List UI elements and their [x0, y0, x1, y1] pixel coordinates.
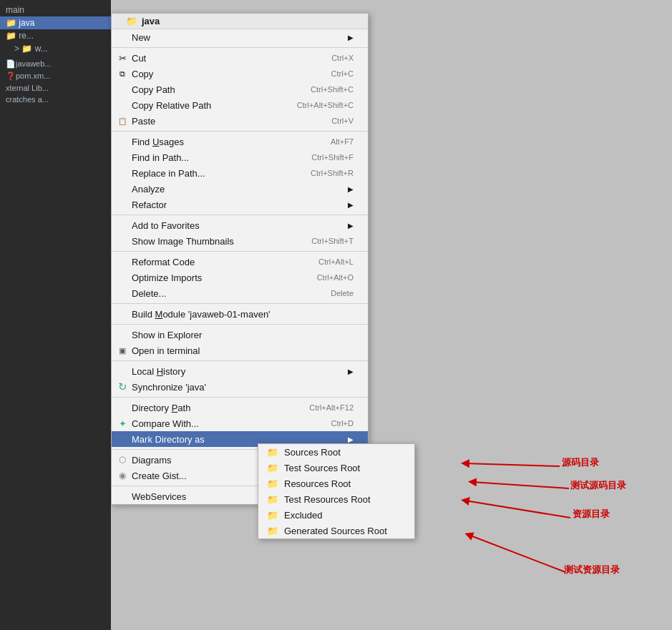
menu-item-copy-path[interactable]: Copy Path Ctrl+Shift+C [112, 82, 368, 97]
tree-item-w[interactable]: > 📁 w... [0, 42, 111, 55]
header-folder-icon: 📁 [126, 16, 137, 26]
tree-item-scratches[interactable]: cratches a... [0, 94, 111, 105]
cut-label: Cut [132, 53, 146, 64]
copy-path-label: Copy Path [132, 84, 175, 95]
menu-item-compare-with[interactable]: ✦ Compare With... Ctrl+D [112, 415, 368, 431]
local-history-arrow: ▶ [348, 368, 354, 375]
menu-item-local-history[interactable]: Local History ▶ [112, 363, 368, 379]
menu-item-delete[interactable]: Delete... Delete [112, 285, 368, 301]
optimize-imports-shortcut: Ctrl+Alt+O [317, 273, 354, 282]
menu-item-synchronize[interactable]: ↻ Synchronize 'java' [112, 379, 368, 395]
cut-shortcut: Ctrl+X [331, 54, 354, 62]
menu-item-new[interactable]: New ▶ [112, 29, 368, 45]
separator-5 [112, 303, 368, 304]
resources-root-icon: 📁 [267, 478, 278, 489]
menu-item-cut[interactable]: ✂ Cut Ctrl+X [112, 50, 368, 66]
find-in-path-shortcut: Ctrl+Shift+F [311, 153, 354, 162]
build-module-label: Build Module 'javaweb-01-maven' [132, 309, 271, 320]
left-panel: main 📁 java 📁 re... > 📁 w... 📄javaweb...… [0, 0, 111, 630]
menu-item-analyze[interactable]: Analyze ▶ [112, 181, 368, 197]
tree-item-javaweb[interactable]: 📄javaweb... [0, 55, 111, 70]
menu-item-show-image-thumbnails[interactable]: Show Image Thumbnails Ctrl+Shift+T [112, 233, 368, 249]
reformat-code-shortcut: Ctrl+Alt+L [318, 257, 354, 266]
copy-label: Copy [132, 69, 153, 79]
tree-item-main[interactable]: main [0, 4, 111, 16]
delete-label: Delete... [132, 288, 166, 299]
submenu-item-excluded[interactable]: 📁 Excluded [258, 507, 414, 523]
directory-path-label: Directory Path [132, 403, 190, 413]
webservices-label: WebServices [132, 491, 186, 502]
context-menu: 📁 java New ▶ ✂ Cut Ctrl+X ⧉ Copy Ctrl+C … [111, 13, 369, 505]
menu-item-add-to-favorites[interactable]: Add to Favorites ▶ [112, 217, 368, 233]
submenu-item-resources-root[interactable]: 📁 Resources Root [258, 476, 414, 491]
generated-sources-root-label: Generated Sources Root [284, 526, 387, 536]
copy-relative-path-shortcut: Ctrl+Alt+Shift+C [297, 101, 354, 109]
submenu-item-sources-root[interactable]: 📁 Sources Root [258, 444, 414, 460]
open-in-terminal-label: Open in terminal [132, 345, 200, 356]
svg-line-2 [472, 482, 569, 488]
copy-icon: ⧉ [116, 67, 129, 80]
excluded-label: Excluded [284, 510, 322, 521]
svg-line-4 [469, 535, 565, 572]
show-image-thumbnails-shortcut: Ctrl+Shift+T [311, 237, 354, 245]
test-resources-root-label: Test Resources Root [284, 494, 371, 505]
menu-item-find-usages[interactable]: Find Usages Alt+F7 [112, 134, 368, 149]
copy-shortcut: Ctrl+C [331, 69, 354, 78]
menu-item-copy-relative-path[interactable]: Copy Relative Path Ctrl+Alt+Shift+C [112, 97, 368, 113]
analyze-label: Analyze [132, 184, 165, 195]
menu-item-paste[interactable]: 📋 Paste Ctrl+V [112, 113, 368, 129]
test-sources-root-icon: 📁 [267, 462, 278, 473]
refactor-label: Refactor [132, 200, 167, 210]
header-title: java [142, 16, 160, 26]
menu-item-reformat-code[interactable]: Reformat Code Ctrl+Alt+L [112, 254, 368, 270]
separator-3 [112, 215, 368, 215]
excluded-icon: 📁 [267, 509, 278, 521]
compare-with-label: Compare With... [132, 418, 199, 429]
test-resources-root-icon: 📁 [267, 493, 278, 505]
tree-item-re[interactable]: 📁 re... [0, 29, 111, 42]
separator-6 [112, 324, 368, 325]
compare-with-shortcut: Ctrl+D [331, 419, 354, 428]
annotation-test-resources: 测试资源目录 [564, 563, 620, 576]
sources-root-icon: 📁 [267, 446, 278, 458]
menu-item-open-in-terminal[interactable]: ▣ Open in terminal [112, 343, 368, 358]
new-label: New [132, 32, 150, 43]
compare-icon: ✦ [116, 417, 129, 430]
submenu-item-generated-sources-root[interactable]: 📁 Generated Sources Root [258, 523, 414, 538]
cut-icon: ✂ [116, 51, 129, 64]
separator-8 [112, 397, 368, 398]
add-to-favorites-label: Add to Favorites [132, 220, 200, 231]
submenu-mark-directory: 📁 Sources Root 📁 Test Sources Root 📁 Res… [258, 443, 415, 539]
generated-sources-root-icon: 📁 [267, 525, 278, 536]
annotation-resources: 资源目录 [573, 508, 610, 521]
copy-path-shortcut: Ctrl+Shift+C [311, 85, 354, 94]
menu-item-optimize-imports[interactable]: Optimize Imports Ctrl+Alt+O [112, 270, 368, 285]
optimize-imports-label: Optimize Imports [132, 272, 202, 283]
submenu-item-test-sources-root[interactable]: 📁 Test Sources Root [258, 460, 414, 476]
menu-item-copy[interactable]: ⧉ Copy Ctrl+C [112, 66, 368, 82]
tree-item-java[interactable]: 📁 java [0, 16, 111, 29]
svg-line-3 [465, 501, 570, 518]
tree-item-external[interactable]: xternal Lib... [0, 82, 111, 94]
show-in-explorer-label: Show in Explorer [132, 330, 202, 340]
mark-directory-as-arrow: ▶ [348, 435, 354, 443]
tree-item-pom[interactable]: ❓pom.xm... [0, 70, 111, 82]
menu-item-replace-in-path[interactable]: Replace in Path... Ctrl+Shift+R [112, 165, 368, 181]
analyze-arrow: ▶ [348, 185, 354, 193]
annotation-sources: 源码目录 [562, 456, 599, 469]
menu-item-find-in-path[interactable]: Find in Path... Ctrl+Shift+F [112, 149, 368, 165]
paste-icon: 📋 [116, 114, 129, 127]
menu-item-refactor[interactable]: Refactor ▶ [112, 197, 368, 212]
menu-item-directory-path[interactable]: Directory Path Ctrl+Alt+F12 [112, 400, 368, 415]
create-gist-label: Create Gist... [132, 471, 187, 481]
delete-shortcut: Delete [331, 289, 354, 297]
menu-item-build-module[interactable]: Build Module 'javaweb-01-maven' [112, 306, 368, 322]
menu-item-show-in-explorer[interactable]: Show in Explorer [112, 327, 368, 343]
annotation-test-sources: 测试源码目录 [570, 479, 626, 492]
file-tree: main 📁 java 📁 re... > 📁 w... 📄javaweb...… [0, 0, 111, 105]
directory-path-shortcut: Ctrl+Alt+F12 [309, 403, 354, 412]
submenu-item-test-resources-root[interactable]: 📁 Test Resources Root [258, 491, 414, 507]
show-image-thumbnails-label: Show Image Thumbnails [132, 236, 234, 247]
context-menu-header: 📁 java [112, 14, 368, 29]
separator-2 [112, 131, 368, 132]
